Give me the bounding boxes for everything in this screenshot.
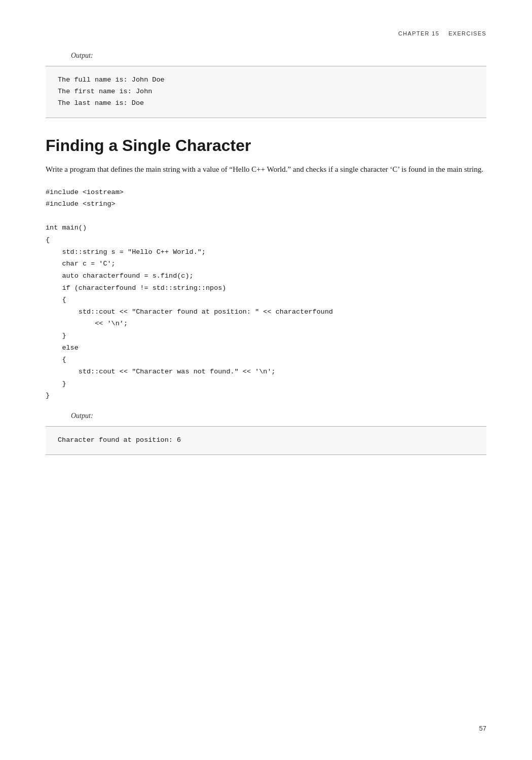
output-section: Output: Character found at position: 6 — [46, 412, 486, 455]
page-header: CHAPTER 15 EXERCISES — [46, 30, 486, 36]
section-label: EXERCISES — [448, 30, 486, 36]
page: CHAPTER 15 EXERCISES Output: The full na… — [0, 0, 532, 760]
output-label-2: Output: — [71, 412, 486, 420]
first-output-block: The full name is: John Doe The first nam… — [46, 66, 486, 118]
main-code-block: #include <iostream> #include <string> in… — [46, 186, 486, 402]
second-output-block: Character found at position: 6 — [46, 426, 486, 455]
section-title: Finding a Single Character — [46, 136, 486, 155]
page-number: 57 — [479, 725, 486, 732]
section-description: Write a program that defines the main st… — [46, 163, 486, 175]
output-label-1: Output: — [71, 52, 486, 60]
chapter-label: CHAPTER 15 — [398, 30, 439, 36]
